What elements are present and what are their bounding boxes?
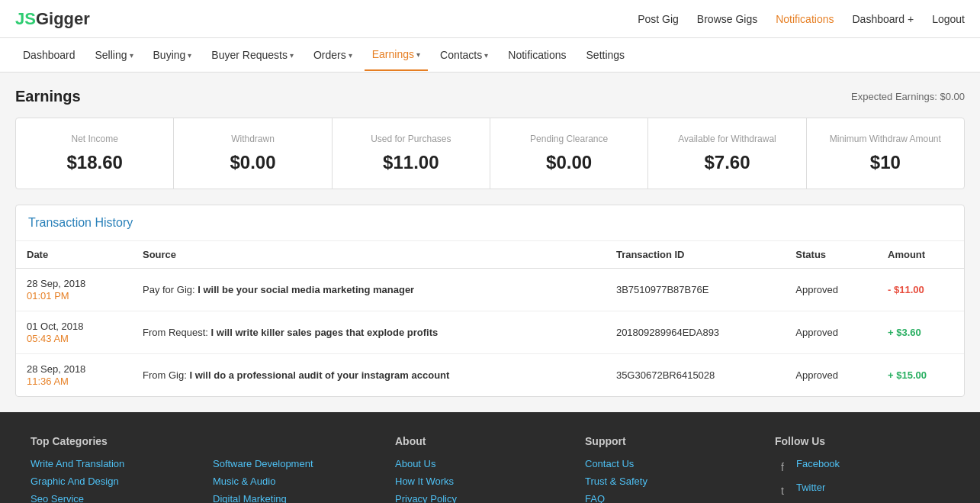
earnings-header: Earnings Expected Earnings: $0.00 bbox=[15, 88, 965, 105]
browse-gigs-link[interactable]: Browse Gigs bbox=[697, 13, 757, 25]
footer: Top Categories Write And Translation Gra… bbox=[0, 412, 980, 503]
footer-cat-write[interactable]: Write And Translation bbox=[31, 458, 198, 469]
stat-pending-clearance-value: $0.00 bbox=[503, 152, 635, 173]
footer-twitter-link[interactable]: Twitter bbox=[796, 482, 825, 493]
dashboard-plus-group: Dashboard + bbox=[852, 13, 914, 25]
time-2: 11:36 AM bbox=[27, 376, 121, 387]
stat-withdrawn-value: $0.00 bbox=[186, 152, 319, 173]
cell-status-0: Approved bbox=[785, 269, 877, 311]
cell-txid-2: 35G30672BR6415028 bbox=[606, 354, 785, 397]
logout-link[interactable]: Logout bbox=[932, 13, 965, 25]
subnav-buyer-requests[interactable]: Buyer Requests ▾ bbox=[204, 40, 301, 70]
expected-earnings: Expected Earnings: $0.00 bbox=[851, 91, 965, 102]
footer-facebook-link[interactable]: Facebook bbox=[796, 458, 840, 469]
stat-available-withdrawal: Available for Withdrawal $7.60 bbox=[648, 118, 806, 189]
footer-social-section: Follow Us f Facebook t Twitter g Google bbox=[775, 435, 949, 503]
col-status: Status bbox=[785, 241, 877, 269]
transaction-card: Transaction History Date Source Transact… bbox=[15, 205, 965, 397]
chevron-selling: ▾ bbox=[130, 51, 133, 60]
stat-net-income-label: Net Income bbox=[28, 134, 161, 144]
footer-categories-title: Top Categories bbox=[31, 435, 380, 447]
footer-how-works[interactable]: How It Works bbox=[395, 476, 570, 487]
chevron-earnings: ▾ bbox=[416, 50, 420, 59]
stat-withdrawn: Withdrawn $0.00 bbox=[174, 118, 332, 189]
facebook-icon: f bbox=[775, 459, 790, 475]
stat-used-purchases-value: $11.00 bbox=[345, 152, 477, 173]
cell-amount-2: + $15.00 bbox=[877, 354, 964, 397]
stat-used-purchases: Used for Purchases $11.00 bbox=[333, 118, 490, 189]
dashboard-plus-link[interactable]: + bbox=[908, 13, 914, 25]
chevron-buyer-requests: ▾ bbox=[290, 51, 294, 60]
stat-net-income-value: $18.60 bbox=[28, 152, 161, 173]
twitter-icon: t bbox=[775, 483, 790, 498]
footer-cat-music[interactable]: Music & Audio bbox=[213, 476, 380, 487]
logo-gigger: Gigger bbox=[36, 9, 90, 29]
stat-used-purchases-label: Used for Purchases bbox=[345, 134, 477, 144]
cell-source-0: Pay for Gig: I will be your social media… bbox=[132, 269, 606, 311]
logo-ls: JS bbox=[15, 9, 36, 29]
footer-trust-safety[interactable]: Trust & Safety bbox=[585, 476, 760, 487]
stat-withdrawn-label: Withdrawn bbox=[186, 134, 319, 144]
cell-txid-1: 201809289964EDA893 bbox=[606, 311, 785, 354]
top-navigation: JS Gigger Post Gig Browse Gigs Notificat… bbox=[0, 0, 980, 38]
footer-about-us[interactable]: About Us bbox=[395, 458, 570, 469]
footer-privacy[interactable]: Privacy Policy bbox=[395, 493, 570, 503]
chevron-buying: ▾ bbox=[188, 51, 191, 60]
footer-cat-seo[interactable]: Seo Service bbox=[31, 493, 198, 503]
cell-source-1: From Request: I will write killer sales … bbox=[132, 311, 606, 354]
footer-about-title: About bbox=[395, 435, 570, 447]
table-row: 28 Sep, 2018 11:36 AM From Gig: I will d… bbox=[16, 354, 964, 397]
time-0: 01:01 PM bbox=[27, 290, 121, 301]
cell-date-1: 01 Oct, 2018 05:43 AM bbox=[16, 311, 132, 354]
cell-date-0: 28 Sep, 2018 01:01 PM bbox=[16, 269, 132, 311]
date-2: 28 Sep, 2018 bbox=[27, 363, 121, 375]
earnings-title: Earnings bbox=[15, 88, 81, 105]
chevron-orders: ▾ bbox=[349, 51, 352, 60]
stat-min-withdraw: Minimum Withdraw Amount $10 bbox=[807, 118, 964, 189]
dashboard-link[interactable]: Dashboard bbox=[852, 13, 904, 25]
subnav-contacts[interactable]: Contacts ▾ bbox=[432, 40, 496, 70]
brand-logo[interactable]: JS Gigger bbox=[15, 9, 90, 29]
stat-min-withdraw-value: $10 bbox=[819, 152, 952, 173]
footer-categories-grid: Write And Translation Graphic And Design… bbox=[31, 458, 380, 503]
subnav-earnings[interactable]: Earnings ▾ bbox=[365, 39, 428, 71]
cell-status-2: Approved bbox=[785, 354, 877, 397]
cell-date-2: 28 Sep, 2018 11:36 AM bbox=[16, 354, 132, 397]
footer-faq[interactable]: FAQ bbox=[585, 493, 760, 503]
stat-available-withdrawal-label: Available for Withdrawal bbox=[660, 134, 793, 144]
stat-min-withdraw-label: Minimum Withdraw Amount bbox=[819, 134, 952, 144]
subnav-settings[interactable]: Settings bbox=[579, 40, 633, 70]
stat-net-income: Net Income $18.60 bbox=[16, 118, 174, 189]
transactions-table: Date Source Transaction ID Status Amount… bbox=[16, 241, 964, 396]
footer-support-section: Support Contact Us Trust & Safety FAQ bbox=[585, 435, 760, 503]
col-date: Date bbox=[16, 241, 132, 269]
col-source: Source bbox=[132, 241, 606, 269]
footer-follow-title: Follow Us bbox=[775, 435, 949, 447]
subnav-dashboard[interactable]: Dashboard bbox=[15, 40, 83, 70]
footer-cat-software[interactable]: Software Development bbox=[213, 458, 380, 469]
footer-facebook-item: f Facebook bbox=[775, 458, 949, 476]
footer-cat-graphic[interactable]: Graphic And Design bbox=[31, 476, 198, 487]
subnav-selling[interactable]: Selling ▾ bbox=[88, 40, 141, 70]
footer-categories-col1: Write And Translation Graphic And Design… bbox=[31, 458, 198, 503]
stat-pending-clearance-label: Pending Clearance bbox=[503, 134, 635, 144]
stat-pending-clearance: Pending Clearance $0.00 bbox=[490, 118, 648, 189]
cell-txid-0: 3B7510977B87B76E bbox=[606, 269, 785, 311]
notifications-link[interactable]: Notifications bbox=[776, 13, 834, 25]
footer-contact-us[interactable]: Contact Us bbox=[585, 458, 760, 469]
footer-categories-col2: Software Development Music & Audio Digit… bbox=[213, 458, 380, 503]
main-content: Earnings Expected Earnings: $0.00 Net In… bbox=[0, 73, 980, 412]
footer-support-title: Support bbox=[585, 435, 760, 447]
col-transaction-id: Transaction ID bbox=[606, 241, 785, 269]
time-1: 05:43 AM bbox=[27, 333, 121, 344]
date-1: 01 Oct, 2018 bbox=[27, 321, 121, 332]
stats-cards: Net Income $18.60 Withdrawn $0.00 Used f… bbox=[15, 118, 965, 189]
post-gig-link[interactable]: Post Gig bbox=[638, 13, 679, 25]
chevron-contacts: ▾ bbox=[484, 51, 488, 60]
footer-cat-digital[interactable]: Digital Marketing bbox=[213, 493, 380, 503]
subnav-notifications[interactable]: Notifications bbox=[500, 40, 574, 70]
subnav-buying[interactable]: Buying ▾ bbox=[146, 40, 200, 70]
footer-categories-section: Top Categories Write And Translation Gra… bbox=[31, 435, 380, 503]
footer-grid: Top Categories Write And Translation Gra… bbox=[31, 435, 949, 503]
subnav-orders[interactable]: Orders ▾ bbox=[306, 40, 360, 70]
